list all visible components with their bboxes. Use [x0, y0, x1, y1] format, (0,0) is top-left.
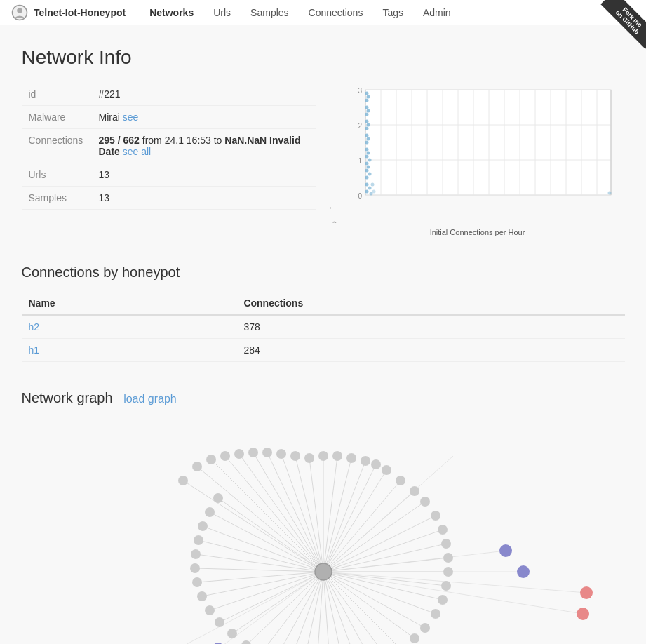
svg-point-149: [431, 511, 440, 521]
svg-point-40: [365, 106, 368, 109]
svg-line-92: [323, 544, 446, 572]
svg-point-53: [370, 183, 374, 187]
svg-point-142: [346, 453, 356, 463]
svg-point-55: [607, 192, 611, 195]
svg-point-45: [366, 137, 370, 141]
chart-wrap: 0 1 2 3: [330, 83, 625, 236]
network-graph-svg: [22, 417, 625, 644]
connections-from-text: from: [142, 135, 165, 146]
brand-link[interactable]: Telnet-Iot-Honeypot: [11, 4, 126, 21]
svg-point-28: [365, 190, 368, 194]
nav-urls[interactable]: Urls: [203, 0, 241, 25]
svg-line-107: [302, 572, 323, 644]
urls-value: 13: [92, 163, 316, 187]
svg-line-75: [239, 454, 323, 572]
svg-point-176: [190, 563, 200, 573]
malware-name: Mirai: [99, 112, 120, 123]
svg-point-35: [365, 141, 368, 145]
svg-point-139: [304, 453, 314, 463]
github-ribbon-text: Fork meon GitHub: [600, 0, 646, 49]
svg-point-44: [366, 152, 370, 155]
svg-point-154: [441, 581, 451, 591]
svg-point-150: [438, 525, 448, 535]
svg-point-153: [443, 567, 453, 577]
table-row-connections: Connections 295 / 662 from 24.1 16:53 to…: [22, 129, 316, 163]
info-section: id #221 Malware Mirai see Connections: [22, 83, 625, 236]
h1-link[interactable]: h1: [29, 344, 40, 356]
svg-point-141: [332, 451, 342, 461]
svg-point-52: [369, 192, 372, 196]
svg-point-186: [577, 608, 589, 620]
h2-link[interactable]: h2: [29, 321, 40, 333]
svg-line-108: [288, 572, 323, 644]
svg-point-183: [517, 565, 530, 578]
honeypot-name-h2: h2: [22, 315, 237, 339]
svg-point-158: [410, 633, 419, 643]
svg-point-173: [205, 605, 215, 615]
svg-point-136: [262, 448, 272, 457]
svg-line-125: [323, 551, 506, 572]
nav-networks[interactable]: Networks: [140, 0, 203, 25]
svg-point-177: [191, 549, 201, 559]
connections-see-all-link[interactable]: see all: [123, 146, 151, 157]
svg-line-79: [295, 456, 323, 572]
svg-line-74: [225, 456, 323, 572]
connections-to-text: to: [214, 135, 225, 146]
svg-point-50: [368, 173, 371, 176]
svg-point-135: [248, 448, 258, 457]
nav-connections[interactable]: Connections: [299, 0, 373, 25]
honeypot-table: Name Connections h2 378 h1 284: [22, 292, 625, 362]
nav-admin[interactable]: Admin: [413, 0, 461, 25]
svg-line-117: [195, 568, 323, 572]
svg-point-33: [365, 155, 368, 159]
malware-see-link[interactable]: see: [123, 112, 139, 123]
svg-line-86: [323, 470, 386, 572]
svg-line-109: [274, 572, 323, 644]
connections-section-title: Connections by honeypot: [22, 264, 625, 281]
main-content: Network Info id #221 Malware Mirai see: [8, 25, 639, 644]
svg-point-32: [365, 162, 368, 166]
svg-point-29: [365, 183, 368, 187]
svg-point-133: [220, 451, 230, 461]
nav-tags[interactable]: Tags: [372, 0, 413, 25]
svg-point-152: [443, 553, 453, 563]
nav-samples[interactable]: Samples: [241, 0, 298, 25]
svg-point-131: [192, 462, 202, 471]
svg-text:3: 3: [358, 87, 362, 95]
svg-point-155: [438, 595, 448, 605]
svg-point-144: [371, 459, 381, 469]
graph-container: [22, 417, 625, 644]
svg-line-83: [323, 458, 351, 572]
svg-point-181: [213, 493, 223, 503]
svg-point-43: [366, 166, 370, 169]
svg-point-170: [241, 640, 251, 644]
svg-point-185: [499, 544, 512, 557]
h2-connections: 378: [236, 315, 624, 339]
svg-point-38: [365, 120, 368, 123]
svg-line-102: [323, 572, 372, 644]
svg-point-47: [366, 109, 370, 113]
col-name-header: Name: [22, 292, 237, 315]
svg-line-89: [323, 502, 425, 572]
connections-date-start: 24.1 16:53: [165, 135, 211, 146]
malware-value: Mirai see: [92, 106, 316, 129]
svg-point-140: [318, 451, 328, 461]
connections-label: Connections: [22, 129, 92, 163]
chart-title: Initial Connections per Hour: [330, 228, 625, 236]
svg-point-180: [205, 507, 215, 517]
svg-point-36: [365, 134, 368, 137]
svg-line-122: [218, 498, 323, 572]
svg-point-46: [366, 123, 370, 127]
svg-point-132: [206, 455, 216, 464]
svg-point-174: [197, 591, 207, 601]
svg-point-146: [396, 476, 405, 485]
github-ribbon[interactable]: Fork meon GitHub: [590, 0, 646, 56]
load-graph-link[interactable]: load graph: [123, 393, 177, 405]
nav-links: Networks Urls Samples Connections Tags A…: [140, 0, 460, 25]
svg-line-101: [323, 572, 386, 644]
svg-point-178: [194, 535, 203, 545]
svg-point-39: [365, 113, 368, 116]
svg-point-30: [365, 176, 368, 180]
svg-point-138: [290, 451, 300, 461]
svg-line-90: [323, 516, 436, 572]
